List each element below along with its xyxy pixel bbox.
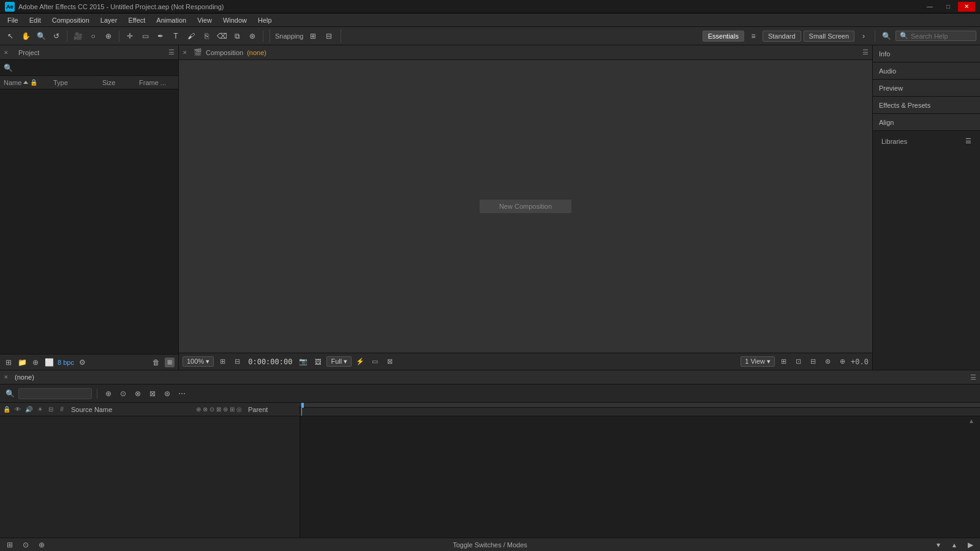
tl-bottom-btn-1[interactable]: ⊞ [4,539,16,551]
anchor-point-tool[interactable]: ✛ [123,29,137,43]
tl-motion-blur[interactable]: ⊗ [132,388,144,400]
info-panel-item[interactable]: Info [873,45,980,62]
menu-file[interactable]: File [2,15,23,25]
fit-to-view-icon[interactable]: ⊞ [216,356,228,368]
col-frame[interactable]: Frame ... [135,79,178,86]
search-icon[interactable]: 🔍 [880,29,893,43]
tl-bottom-zoom-in[interactable]: ▴ [948,539,960,551]
tl-search-icon[interactable]: 🔍 [4,388,16,400]
tl-solo-mode[interactable]: ⊙ [117,388,129,400]
camera-tool[interactable]: 🎥 [71,29,85,43]
workspace-essentials[interactable]: Essentials [703,31,744,42]
zoom-selector[interactable]: 100% ▾ [183,356,214,367]
orbit-tool[interactable]: ○ [86,29,100,43]
search-help-input[interactable] [911,32,972,40]
scroll-up-arrow[interactable]: ▲ [968,418,974,424]
col-size[interactable]: Size [99,79,135,86]
timeline-panel-menu[interactable]: ☰ [970,373,976,381]
timeline-scrub-bar[interactable] [300,403,980,408]
comp-viewer-5[interactable]: ⊕ [836,356,848,368]
project-panel-close[interactable]: ✕ [4,50,9,56]
text-tool[interactable]: T [169,29,183,43]
preview-panel-item[interactable]: Preview [873,80,980,97]
quality-selector[interactable]: Full ▾ [326,356,352,367]
tl-frame-blending[interactable]: ⊠ [146,388,159,400]
project-search-bar[interactable]: 🔍 [0,60,178,76]
hand-tool[interactable]: ✋ [19,29,32,43]
align-panel-item[interactable]: Align [873,114,980,131]
menu-composition[interactable]: Composition [47,15,94,25]
interpret-footage-icon[interactable]: ⚙ [78,358,88,367]
snapshot-icon[interactable]: 📷 [297,356,309,368]
playhead-thumb[interactable] [301,403,304,408]
menu-view[interactable]: View [192,15,217,25]
tl-more[interactable]: ⋯ [176,388,188,400]
menu-effect[interactable]: Effect [123,15,150,25]
rotation-tool[interactable]: ↺ [50,29,63,43]
menu-layer[interactable]: Layer [96,15,123,25]
import-icon[interactable]: ⊕ [31,358,40,367]
selection-tool[interactable]: ↖ [4,29,17,43]
transparency-icon[interactable]: ⊠ [383,356,396,368]
project-search-input[interactable] [13,64,175,72]
comp-panel-menu[interactable]: ☰ [862,48,869,56]
comp-viewer-3[interactable]: ⊟ [807,356,819,368]
clone-stamp[interactable]: ⎘ [200,29,213,43]
tl-create-keyframe[interactable]: ⊕ [102,388,115,400]
delete-icon[interactable]: 🗑 [151,358,161,367]
toggle-switches-modes[interactable]: Toggle Switches / Modes [447,541,533,549]
comp-viewer-2[interactable]: ⊡ [792,356,804,368]
col-name[interactable]: Name 🔒 [0,79,50,86]
pen-tool[interactable]: ✒ [154,29,167,43]
project-folder-icon[interactable]: 📁 [17,358,27,367]
workspace-standard[interactable]: Standard [763,31,801,42]
comp-panel-close[interactable]: ✕ [183,50,187,56]
tl-bottom-btn-2[interactable]: ⊙ [20,539,32,551]
timeline-ruler[interactable] [300,408,980,416]
aspect-ratio-icon[interactable]: ⊟ [231,356,243,368]
unified-camera-tool[interactable]: ⊕ [102,29,115,43]
tl-nav-arrow-right[interactable]: ▶ [964,539,976,551]
restore-button[interactable]: □ [940,2,957,12]
fast-preview-icon[interactable]: ⚡ [354,356,366,368]
zoom-tool[interactable]: 🔍 [34,29,48,43]
effects-presets-panel-item[interactable]: Effects & Presets [873,97,980,114]
minimize-button[interactable]: — [921,2,938,12]
tl-bottom-zoom-out[interactable]: ▾ [932,539,944,551]
libraries-menu[interactable]: ☰ [965,137,971,145]
roto-brush[interactable]: ⧉ [230,29,244,43]
paint-brush[interactable]: 🖌 [184,29,198,43]
comp-viewer-4[interactable]: ⊛ [821,356,834,368]
workspace-essentials-menu[interactable]: ≡ [747,29,760,43]
new-comp-icon[interactable]: ⊞ [4,358,13,367]
workspace-more[interactable]: › [857,29,870,43]
close-button[interactable]: ✕ [958,2,975,12]
timeline-close[interactable]: ✕ [4,374,9,380]
comp-viewport: New Composition [179,60,872,353]
menu-help[interactable]: Help [253,15,277,25]
project-panel-menu[interactable]: ☰ [168,48,175,56]
audio-panel-item[interactable]: Audio [873,62,980,80]
views-selector[interactable]: 1 View ▾ [741,356,775,367]
col-frame-label: Frame ... [139,79,166,86]
eraser[interactable]: ⌫ [215,29,228,43]
tl-render-queue[interactable]: ⊛ [161,388,173,400]
col-type[interactable]: Type [50,79,99,86]
project-tree-icon[interactable]: ⊞ [165,358,175,367]
puppet-tool[interactable]: ⊛ [246,29,259,43]
show-snapshot-icon[interactable]: 🖼 [312,356,324,368]
snapping-toggle[interactable]: ⊞ [306,29,320,43]
workspace-small-screen[interactable]: Small Screen [804,31,854,42]
search-footage-icon[interactable]: ⬜ [44,358,54,367]
menu-window[interactable]: Window [218,15,252,25]
menu-animation[interactable]: Animation [151,15,191,25]
comp-viewer-icons[interactable]: ⊞ [777,356,790,368]
tl-search-input[interactable] [18,388,92,399]
rectangle-tool[interactable]: ▭ [138,29,152,43]
help-search[interactable]: 🔍 [895,31,976,41]
tl-bottom-btn-3[interactable]: ⊕ [36,539,48,551]
menu-edit[interactable]: Edit [24,15,46,25]
timecode-display[interactable]: 0:00:00:00 [246,358,295,366]
roi-icon[interactable]: ▭ [369,356,381,368]
snapping-options[interactable]: ⊟ [322,29,336,43]
